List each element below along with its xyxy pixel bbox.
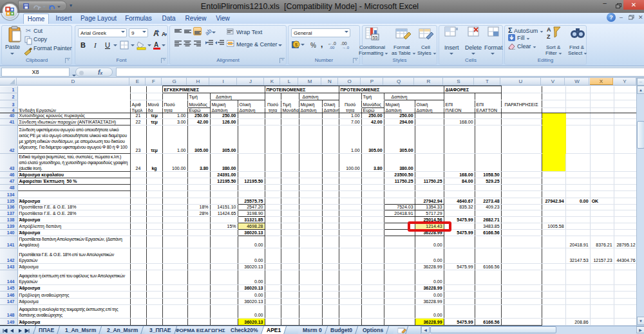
svg-text:%: %	[310, 42, 316, 49]
svg-text:A: A	[547, 26, 551, 33]
svg-text:U: U	[105, 41, 110, 49]
svg-text:I: I	[93, 41, 97, 49]
svg-text:,: ,	[321, 40, 323, 49]
svg-text:.00: .00	[341, 41, 347, 46]
svg-text:.00: .00	[329, 46, 335, 50]
svg-text:ab: ab	[205, 28, 213, 35]
svg-text:Z: Z	[547, 33, 551, 40]
svg-text:A: A	[154, 41, 158, 48]
svg-text:✂: ✂	[26, 27, 31, 34]
svg-text:55: 55	[373, 35, 378, 40]
svg-text:B: B	[80, 41, 86, 49]
svg-text:←.0: ←.0	[328, 41, 336, 46]
svg-text:→.0: →.0	[342, 46, 350, 50]
svg-text:$: $	[295, 42, 298, 48]
